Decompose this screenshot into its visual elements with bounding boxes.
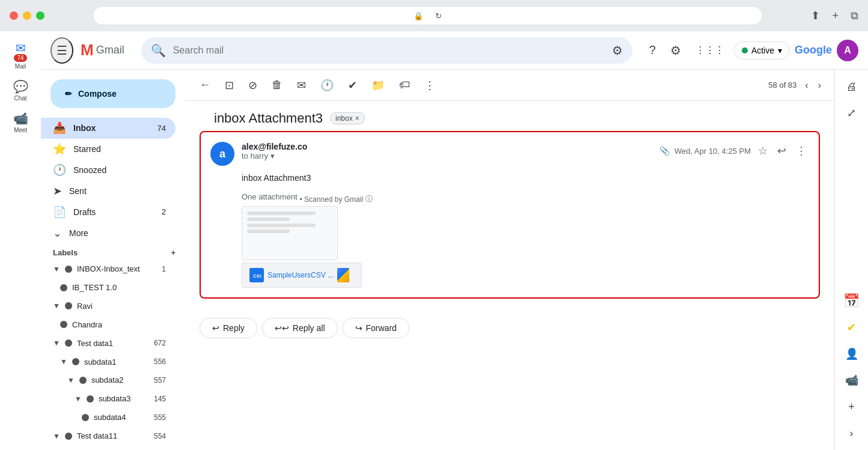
label-name: IB_TEST 1.0 [72,283,117,292]
compose-button[interactable]: ✏ Compose [50,79,176,108]
star-icon[interactable]: ☆ [756,142,770,160]
back-button[interactable]: ← [195,75,215,95]
sidebar-item-starred[interactable]: ⭐ Starred [41,139,176,160]
delete-button[interactable]: 🗑 [267,75,287,95]
more-button[interactable]: ⋮ [420,75,440,96]
sender-name: alex@filefuze.co [242,142,652,151]
settings-button[interactable]: ⚙ [665,38,686,62]
label-ravi[interactable]: ▼ Ravi [41,297,176,315]
reply-all-btn-icon: ↩↩ [275,323,289,333]
task-panel-button[interactable]: ✔ [840,315,864,339]
label-test-data11[interactable]: ▼ Test data11 554 [41,427,176,445]
mail-badge: 74 [14,54,26,62]
archive-button[interactable]: ⊡ [220,75,239,96]
windows-icon[interactable]: ⧉ [851,10,858,22]
reply-icon[interactable]: ↩ [775,142,789,160]
reply-all-button[interactable]: ↩↩ Reply all [262,318,338,338]
label-arrow-ravi: ▼ [53,302,60,310]
attachment-preview [242,206,338,260]
hamburger-button[interactable]: ☰ [50,37,73,64]
add-panel-button[interactable]: + [840,395,864,419]
apps-button[interactable]: ⋮⋮⋮ [691,40,729,61]
mark-button[interactable]: ✉ [292,75,311,96]
label-dot [65,266,72,273]
svg-text:CSV: CSV [253,273,261,279]
to-info[interactable]: to harry ▾ [242,151,652,160]
label-test-data1[interactable]: ▼ Test data1 672 [41,334,176,353]
forward-button[interactable]: ↪ Forward [343,318,409,338]
email-view: ✏ Compose 📥 Inbox 74 ⭐ Starred 🕐 Snoozed [41,70,868,450]
tag-close-icon[interactable]: × [355,114,359,123]
new-tab-icon[interactable]: + [832,10,839,22]
share-icon[interactable]: ⬆ [811,9,820,22]
label-dot [65,433,72,440]
compose-label: Compose [78,89,117,99]
sender-avatar: a [210,142,234,166]
prev-page-button[interactable]: ‹ [801,76,811,94]
search-filter-icon[interactable]: ⚙ [612,43,623,58]
minimize-button[interactable] [23,11,31,20]
label-count: 145 [154,395,166,403]
meet-panel-button[interactable]: 📹 [840,368,864,392]
label-subdata4[interactable]: subdata4 555 [41,408,176,427]
next-page-button[interactable]: › [815,76,825,94]
label-arrow-subdata2: ▼ [67,376,75,385]
nav-item-mail-label: Mail [15,63,26,70]
label-dot [72,358,79,365]
label-arrow-inbox: ▼ [53,265,60,273]
label-subdata2[interactable]: ▼ subdata2 557 [41,371,176,390]
label-count: 1 [162,265,166,273]
help-button[interactable]: ? [644,38,661,62]
label-name: Ravi [77,302,93,311]
open-in-new-button[interactable]: ⤢ [840,101,864,125]
search-bar[interactable]: 🔍 ⚙ [141,37,632,64]
label-dot [87,395,94,403]
label-arrow-testdata1: ▼ [53,339,60,347]
reply-btn-icon: ↩ [212,323,219,333]
nav-item-mail[interactable]: ✉ 74 Mail [2,37,38,73]
maximize-button[interactable] [36,11,44,20]
attachment-file[interactable]: CSV SampleUsersCSV ... [242,263,362,288]
reply-button[interactable]: ↩ Reply [200,318,257,338]
label-name: subdata1 [84,357,117,366]
label-subdata1[interactable]: ▼ subdata1 556 [41,353,176,371]
label-arrow-subdata3: ▼ [75,395,82,403]
chevron-right-btn[interactable]: › [840,421,864,445]
sidebar-item-snoozed[interactable]: 🕐 Snoozed [41,160,176,181]
app-container: ✉ 74 Mail 💬 Chat 📹 Meet ☰ M Gmail 🔍 ⚙ [0,31,868,450]
nav-item-meet[interactable]: 📹 Meet [2,108,38,137]
user-avatar[interactable]: A [837,40,858,61]
reload-icon[interactable]: ↻ [435,11,442,20]
more-options-icon[interactable]: ⋮ [793,142,809,160]
tag-button[interactable]: 🏷 [394,75,415,95]
label-dot [82,414,89,421]
sidebar-item-inbox[interactable]: 📥 Inbox 74 [41,118,176,139]
sidebar-item-more[interactable]: ⌄ More [41,222,176,243]
sidebar-item-drafts[interactable]: 📄 Drafts 2 [41,202,176,223]
labels-add-icon[interactable]: + [171,248,176,257]
email-content-area: inbox Attachment3 inbox × a alex@filefuz… [185,101,834,450]
label-count: 554 [154,432,166,440]
attachment-section: One attachment • Scanned by Gmail ⓘ [242,192,809,288]
close-button[interactable] [10,11,18,20]
label-subdata3[interactable]: ▼ subdata3 145 [41,389,176,408]
nav-item-chat[interactable]: 💬 Chat [2,76,38,105]
calendar-icon-btn[interactable]: 📅 [840,289,864,313]
status-indicator[interactable]: Active ▾ [734,41,790,59]
task-button[interactable]: ✔ [343,75,362,96]
address-bar[interactable]: 🔒 ↻ [93,6,763,25]
label-ib-test[interactable]: IB_TEST 1.0 [41,278,176,297]
contacts-panel-button[interactable]: 👤 [840,342,864,366]
print-button[interactable]: 🖨 [840,74,864,99]
inbox-tag[interactable]: inbox × [330,112,365,124]
spam-button[interactable]: ⊘ [243,75,262,96]
sidebar-item-sent[interactable]: ➤ Sent [41,181,176,202]
label-inbox-inbox-text[interactable]: ▼ INBOX-Inbox_text 1 [41,260,176,278]
reply-actions: ↩ Reply ↩↩ Reply all ↪ Forward [200,308,820,348]
label-button[interactable]: 📁 [367,75,390,96]
sent-label: Sent [69,186,166,196]
label-chandra[interactable]: Chandra [41,315,176,334]
search-input[interactable] [173,45,605,56]
snooze-button[interactable]: 🕐 [316,75,338,96]
label-dot [65,339,72,347]
